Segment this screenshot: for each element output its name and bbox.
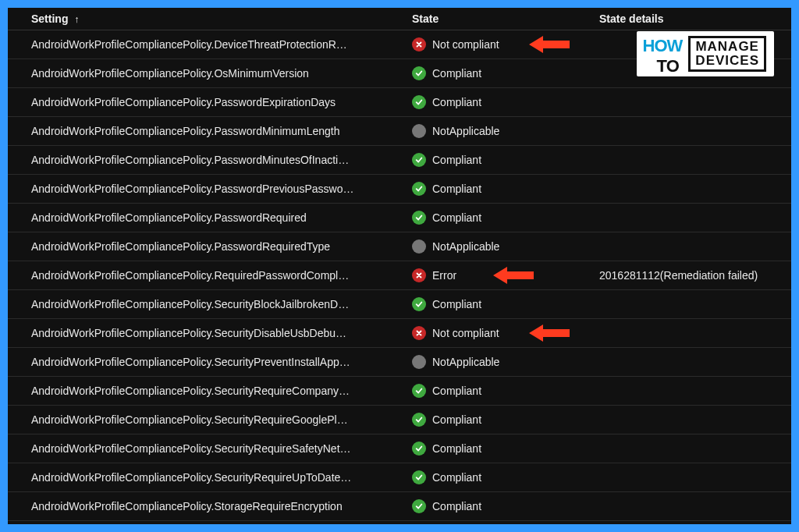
checkmark-icon [412,470,426,484]
setting-name: AndroidWorkProfileCompliancePolicy.Requi… [8,269,407,282]
watermark-right: MANAGE DEVICES [688,36,766,72]
table-header: Setting ↑ State State details [8,8,791,30]
gray-dot-icon [412,355,426,369]
state-label: NotApplicable [432,356,499,368]
setting-name: AndroidWorkProfileCompliancePolicy.Secur… [8,356,407,368]
setting-name: AndroidWorkProfileCompliancePolicy.Passw… [8,240,407,253]
state-label: Not compliant [432,327,499,339]
checkmark-icon [412,499,426,513]
setting-name: AndroidWorkProfileCompliancePolicy.OsMin… [8,67,407,80]
x-icon [412,268,426,282]
state-label: Compliant [432,67,481,80]
setting-name: AndroidWorkProfileCompliancePolicy.Secur… [8,327,407,339]
setting-name: AndroidWorkProfileCompliancePolicy.Passw… [8,211,407,224]
table-row[interactable]: AndroidWorkProfileCompliancePolicy.Secur… [8,434,791,463]
state-cell: Compliant [407,413,595,427]
table-row[interactable]: AndroidWorkProfileCompliancePolicy.Passw… [8,232,791,261]
table-row[interactable]: AndroidWorkProfileCompliancePolicy.Secur… [8,348,791,377]
setting-name: AndroidWorkProfileCompliancePolicy.Stora… [8,500,407,512]
annotation-arrow-icon [529,36,570,53]
column-label: State details [599,12,663,25]
watermark-left: HOW TO [643,38,683,69]
state-cell: Compliant [407,297,595,311]
gray-dot-icon [412,124,426,138]
setting-name: AndroidWorkProfileCompliancePolicy.Devic… [8,38,407,51]
state-cell: NotApplicable [407,355,595,369]
state-label: Compliant [432,471,481,484]
checkmark-icon [412,297,426,311]
setting-name: AndroidWorkProfileCompliancePolicy.Passw… [8,183,407,195]
setting-name: AndroidWorkProfileCompliancePolicy.Secur… [8,298,407,310]
state-label: Compliant [432,385,481,397]
state-label: NotApplicable [432,240,499,253]
state-label: Compliant [432,413,481,426]
table-row[interactable]: AndroidWorkProfileCompliancePolicy.Passw… [8,117,791,146]
checkmark-icon [412,384,426,398]
state-cell: Compliant [407,95,595,109]
checkmark-icon [412,413,426,427]
state-label: Compliant [432,154,481,166]
setting-name: AndroidWorkProfileCompliancePolicy.Passw… [8,96,407,108]
checkmark-icon [412,95,426,109]
table-row[interactable]: AndroidWorkProfileCompliancePolicy.Secur… [8,319,791,348]
state-cell: NotApplicable [407,239,595,254]
setting-name: AndroidWorkProfileCompliancePolicy.Secur… [8,413,407,426]
compliance-panel: Setting ↑ State State details AndroidWor… [8,8,791,524]
sort-ascending-icon: ↑ [74,14,79,25]
table-row[interactable]: AndroidWorkProfileCompliancePolicy.Secur… [8,463,791,492]
watermark-line2: DEVICES [695,54,759,68]
table-row[interactable]: AndroidWorkProfileCompliancePolicy.Requi… [8,261,791,290]
setting-name: AndroidWorkProfileCompliancePolicy.Secur… [8,442,407,455]
state-cell: Not compliant [407,37,595,51]
state-label: Not compliant [432,38,499,51]
setting-name: AndroidWorkProfileCompliancePolicy.Secur… [8,471,407,484]
state-cell: Compliant [407,66,595,80]
table-row[interactable]: AndroidWorkProfileCompliancePolicy.Secur… [8,290,791,319]
state-cell: Error [407,268,595,282]
gray-dot-icon [412,239,426,254]
state-cell: Compliant [407,153,595,167]
watermark-how: HOW [643,38,683,54]
table-row[interactable]: AndroidWorkProfileCompliancePolicy.Passw… [8,88,791,117]
checkmark-icon [412,182,426,196]
table-row[interactable]: AndroidWorkProfileCompliancePolicy.Passw… [8,146,791,175]
checkmark-icon [412,66,426,80]
state-cell: Compliant [407,384,595,398]
state-cell: Compliant [407,499,595,513]
state-details: 2016281112(Remediation failed) [595,269,791,282]
annotation-arrow-icon [493,267,534,284]
table-row[interactable]: AndroidWorkProfileCompliancePolicy.Passw… [8,204,791,232]
table-row[interactable]: AndroidWorkProfileCompliancePolicy.Secur… [8,406,791,434]
state-cell: Compliant [407,211,595,225]
state-label: Compliant [432,442,481,455]
state-label: Compliant [432,500,481,512]
table-row[interactable]: AndroidWorkProfileCompliancePolicy.Secur… [8,377,791,406]
state-cell: Compliant [407,470,595,484]
setting-name: AndroidWorkProfileCompliancePolicy.Passw… [8,125,407,137]
state-cell: Not compliant [407,326,595,340]
state-cell: Compliant [407,182,595,196]
table-body: AndroidWorkProfileCompliancePolicy.Devic… [8,30,791,521]
column-label: Setting [31,12,68,25]
checkmark-icon [412,211,426,225]
watermark-logo: HOW TO MANAGE DEVICES [637,31,774,76]
x-icon [412,326,426,340]
table-row[interactable]: AndroidWorkProfileCompliancePolicy.Passw… [8,175,791,204]
x-icon [412,37,426,51]
column-header-state-details[interactable]: State details [595,12,791,25]
state-label: Error [432,269,456,282]
table-row[interactable]: AndroidWorkProfileCompliancePolicy.Stora… [8,492,791,521]
checkmark-icon [412,442,426,456]
checkmark-icon [412,153,426,167]
column-header-setting[interactable]: Setting ↑ [8,12,407,25]
column-label: State [412,12,439,25]
state-cell: Compliant [407,442,595,456]
setting-name: AndroidWorkProfileCompliancePolicy.Secur… [8,385,407,397]
state-label: Compliant [432,298,481,310]
state-label: Compliant [432,96,481,108]
state-label: Compliant [432,211,481,224]
annotation-arrow-icon [529,325,570,342]
column-header-state[interactable]: State [407,12,595,25]
state-cell: NotApplicable [407,124,595,138]
setting-name: AndroidWorkProfileCompliancePolicy.Passw… [8,154,407,166]
